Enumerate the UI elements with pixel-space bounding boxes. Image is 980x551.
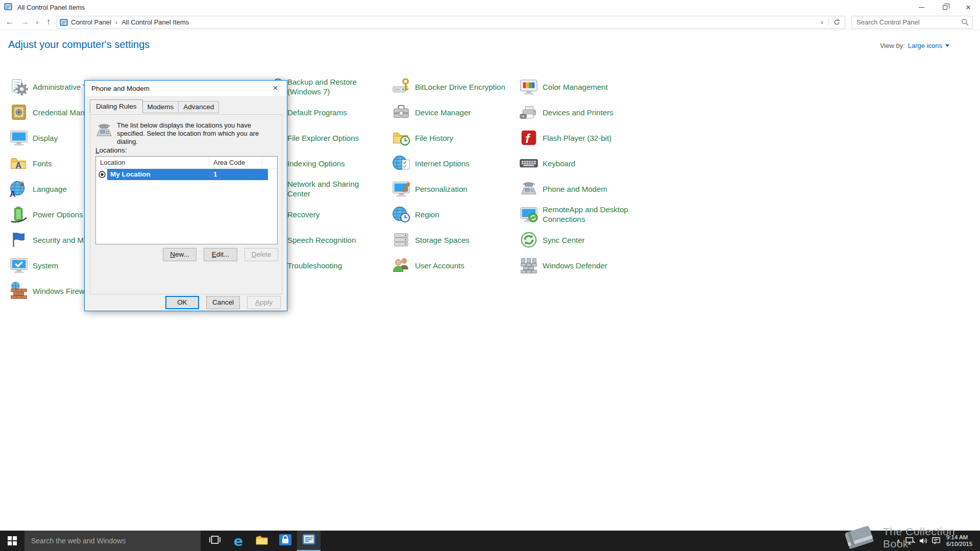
cp-item-keyboard[interactable]: Keyboard — [519, 151, 642, 176]
volume-tray-icon[interactable] — [919, 537, 928, 545]
address-dropdown-icon[interactable]: ∨ — [816, 19, 828, 25]
cp-item-label: Storage Spaces — [415, 235, 510, 245]
personalization-icon — [391, 179, 411, 198]
cp-item-color-management[interactable]: Color Management — [519, 74, 642, 99]
cp-item-region[interactable]: Region — [391, 202, 514, 227]
cp-item-label: File Explorer Options — [287, 133, 382, 143]
dialog-tabs: Dialing Rules Modems Advanced — [90, 99, 219, 113]
cp-item-label: Phone and Modem — [543, 184, 638, 194]
cp-item-label: Backup and Restore (Windows 7) — [287, 77, 382, 96]
search-placeholder: Search Control Panel — [856, 18, 920, 26]
tab-dialing-rules[interactable]: Dialing Rules — [90, 99, 143, 113]
ok-button[interactable]: OK — [165, 296, 199, 309]
cp-item-label: Windows Defender — [543, 261, 638, 270]
tab-modems[interactable]: Modems — [143, 101, 179, 113]
cp-item-label: Flash Player (32-bit) — [543, 133, 638, 143]
cp-item-device-manager[interactable]: Device Manager — [391, 99, 514, 125]
restore-button[interactable] — [933, 0, 957, 14]
delete-button[interactable]: Delete — [244, 248, 278, 261]
control-panel-icon — [302, 533, 315, 548]
store-taskbar-button[interactable] — [274, 531, 297, 551]
radio-selected-icon[interactable] — [99, 171, 106, 178]
cp-item-storage-spaces[interactable]: Storage Spaces — [391, 227, 514, 253]
action-center-tray-icon[interactable] — [932, 536, 941, 545]
column-header-location[interactable]: Location — [96, 157, 209, 168]
language-icon: Aã — [9, 179, 29, 198]
cp-item-user-accounts[interactable]: User Accounts — [391, 253, 514, 278]
recent-pages-chevron-icon[interactable]: ∨ — [34, 19, 41, 25]
cancel-button[interactable]: Cancel — [206, 296, 240, 309]
tray-expand-chevron-icon[interactable]: ∧ — [896, 538, 900, 544]
search-icon[interactable] — [961, 18, 969, 26]
network-tray-icon[interactable] — [905, 536, 915, 545]
cp-item-bitlocker[interactable]: BitLocker Drive Encryption — [391, 74, 514, 99]
edge-taskbar-button[interactable]: e — [227, 531, 250, 551]
region-icon — [391, 205, 411, 224]
edit-button[interactable]: Edit... — [204, 248, 237, 261]
location-area-code: 1 — [213, 170, 217, 178]
tab-advanced[interactable]: Advanced — [179, 101, 219, 113]
dialog-close-button[interactable]: × — [264, 81, 287, 96]
cp-item-phone-modem[interactable]: Phone and Modem — [519, 176, 642, 202]
fonts-icon: A — [9, 154, 29, 173]
cp-item-label: Color Management — [543, 82, 638, 92]
cp-item-sync-center[interactable]: Sync Center — [519, 227, 642, 253]
cp-item-internet-options[interactable]: Internet Options — [391, 151, 514, 176]
restore-icon — [943, 5, 947, 10]
cp-item-label: User Accounts — [415, 261, 510, 270]
address-bar[interactable]: Control Panel › All Control Panel Items … — [56, 16, 845, 29]
forward-button[interactable]: → — [18, 17, 32, 27]
taskbar-clock[interactable]: 9:14 AM 6/10/2015 — [946, 534, 975, 547]
locations-list[interactable]: Location Area Code My Location 1 — [95, 156, 278, 244]
cp-item-personalization[interactable]: Personalization — [391, 176, 514, 202]
admin-tools-icon — [9, 77, 29, 96]
search-input[interactable]: Search Control Panel — [851, 16, 973, 29]
cp-item-file-history[interactable]: File History — [391, 125, 514, 151]
locations-list-header: Location Area Code — [96, 157, 277, 169]
cp-item-label: File History — [415, 133, 510, 143]
close-icon: × — [966, 3, 971, 12]
svg-text:A: A — [10, 189, 16, 198]
store-icon — [279, 533, 292, 548]
cp-item-flash-player[interactable]: fFlash Player (32-bit) — [519, 125, 642, 151]
apply-button[interactable]: Apply — [247, 296, 281, 309]
windows-logo-icon — [8, 536, 17, 545]
breadcrumb: Control Panel › All Control Panel Items — [71, 18, 189, 26]
start-button[interactable] — [0, 531, 24, 551]
up-button[interactable]: ↑ — [43, 17, 54, 27]
breadcrumb-control-panel[interactable]: Control Panel — [71, 18, 111, 26]
cp-item-remoteapp[interactable]: RemoteApp and Desktop Connections — [519, 202, 642, 227]
location-row-my-location[interactable]: My Location 1 — [96, 169, 277, 180]
navigation-toolbar: ← → ∨ ↑ Control Panel › All Control Pane… — [0, 14, 980, 30]
view-by-dropdown[interactable]: Large icons — [908, 42, 949, 49]
task-view-icon — [209, 534, 221, 548]
breadcrumb-separator-icon: › — [115, 18, 117, 26]
task-view-button[interactable] — [203, 531, 227, 551]
cp-item-windows-defender[interactable]: Windows Defender — [519, 253, 642, 278]
back-button[interactable]: ← — [3, 17, 16, 27]
telephone-icon — [94, 121, 113, 139]
bitlocker-icon — [391, 77, 411, 96]
remoteapp-icon — [519, 205, 538, 224]
system-icon — [9, 256, 29, 275]
clock-date: 6/10/2015 — [946, 541, 972, 547]
windows-defender-icon — [519, 256, 538, 275]
control-panel-icon — [4, 3, 13, 12]
devices-printers-icon — [519, 103, 538, 122]
control-panel-taskbar-button[interactable] — [297, 531, 321, 551]
cp-item-label: BitLocker Drive Encryption — [415, 82, 510, 92]
file-explorer-taskbar-button[interactable] — [250, 531, 274, 551]
refresh-icon[interactable] — [829, 18, 845, 26]
minimize-button[interactable] — [910, 0, 933, 14]
close-button[interactable]: × — [957, 0, 980, 14]
cp-item-devices-printers[interactable]: Devices and Printers — [519, 99, 642, 125]
column-header-area-code[interactable]: Area Code — [209, 157, 262, 168]
page-header: Adjust your computer's settings View by:… — [0, 31, 980, 55]
credential-manager-icon — [9, 103, 29, 122]
new-button[interactable]: New... — [163, 248, 197, 261]
view-by-label: View by: — [880, 42, 905, 49]
window-titlebar: All Control Panel Items × — [0, 0, 980, 14]
cp-item-label: Keyboard — [543, 159, 638, 168]
taskbar-search-input[interactable]: Search the web and Windows — [24, 531, 201, 551]
breadcrumb-all-items[interactable]: All Control Panel Items — [121, 18, 189, 26]
